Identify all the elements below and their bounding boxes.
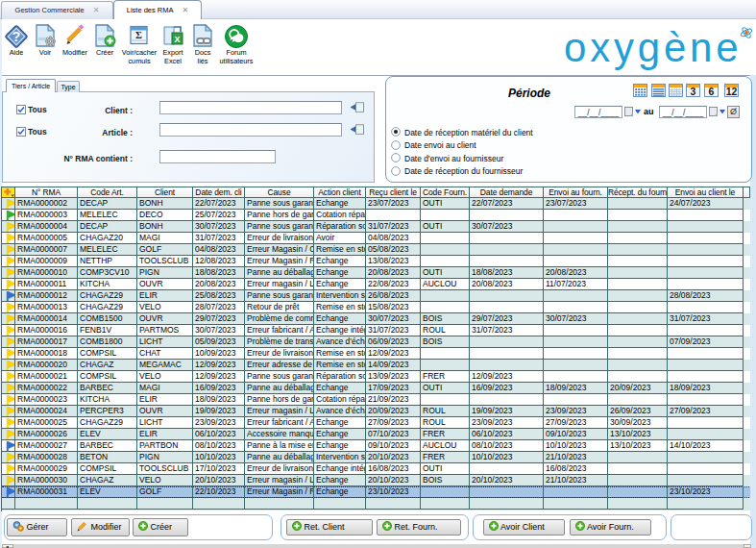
svg-text:6: 6 [709, 86, 715, 97]
svg-text:3: 3 [691, 86, 696, 97]
svg-text:Σ: Σ [135, 30, 142, 40]
svg-text:12: 12 [726, 86, 738, 97]
